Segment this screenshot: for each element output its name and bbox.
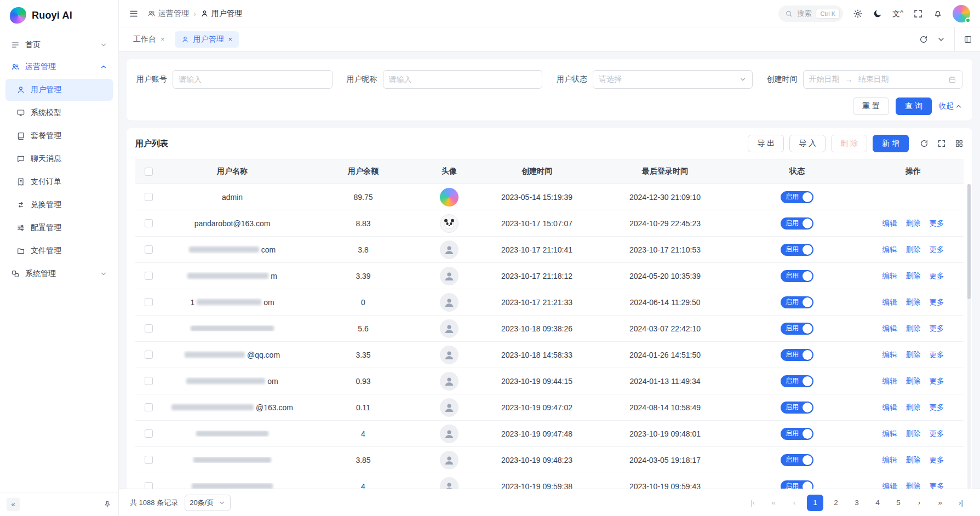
edit-link[interactable]: 编辑: [882, 376, 897, 386]
edit-link[interactable]: 编辑: [882, 219, 897, 228]
close-tab-icon[interactable]: ×: [228, 36, 233, 43]
nickname-input[interactable]: [383, 70, 543, 89]
edit-link[interactable]: 编辑: [882, 297, 897, 307]
more-link[interactable]: 更多: [930, 245, 944, 255]
first-page-button[interactable]: |‹: [744, 495, 761, 511]
refresh-icon[interactable]: [920, 139, 929, 148]
tab-user-management[interactable]: 用户管理 ×: [175, 31, 239, 48]
delete-link[interactable]: 删除: [906, 271, 921, 281]
status-toggle[interactable]: 启用: [781, 217, 813, 230]
row-checkbox[interactable]: [145, 429, 153, 438]
user-avatar[interactable]: [953, 5, 970, 22]
layout-expand-icon[interactable]: [964, 35, 972, 44]
date-range-picker[interactable]: 开始日期 → 结束日期: [803, 70, 963, 89]
status-toggle[interactable]: 启用: [781, 480, 813, 489]
import-button[interactable]: 导 入: [789, 135, 826, 152]
delete-button[interactable]: 删 除: [831, 135, 867, 152]
status-toggle[interactable]: 启用: [781, 323, 813, 335]
more-link[interactable]: 更多: [930, 297, 944, 307]
more-link[interactable]: 更多: [930, 429, 944, 439]
sidebar-item-exchange-management[interactable]: 兑换管理: [5, 194, 113, 216]
close-tab-icon[interactable]: ×: [161, 36, 165, 43]
row-checkbox[interactable]: [145, 403, 153, 411]
page-button-5[interactable]: 5: [890, 495, 907, 511]
status-toggle[interactable]: 启用: [781, 428, 813, 440]
edit-link[interactable]: 编辑: [882, 245, 897, 255]
refresh-icon[interactable]: [919, 35, 928, 44]
page-size-select[interactable]: 20条/页: [185, 495, 231, 511]
edit-link[interactable]: 编辑: [882, 481, 897, 489]
export-button[interactable]: 导 出: [748, 135, 784, 152]
more-link[interactable]: 更多: [930, 403, 944, 412]
settings-gear-icon[interactable]: [853, 9, 863, 19]
account-input[interactable]: [173, 70, 333, 89]
pin-icon[interactable]: [103, 500, 112, 509]
sidebar-item-payment-orders[interactable]: 支付订单: [5, 171, 113, 193]
breadcrumb-item-user-management[interactable]: 用户管理: [200, 9, 242, 19]
delete-link[interactable]: 删除: [906, 245, 921, 255]
next-jump-button[interactable]: »: [932, 495, 948, 511]
global-search[interactable]: 搜索 Ctrl K: [778, 5, 843, 22]
brand[interactable]: Ruoyi AI: [0, 0, 118, 31]
add-button[interactable]: 新 增: [873, 135, 909, 152]
column-settings-grid-icon[interactable]: [955, 139, 964, 148]
row-checkbox[interactable]: [145, 245, 153, 254]
status-toggle[interactable]: 启用: [781, 296, 813, 308]
edit-link[interactable]: 编辑: [882, 350, 897, 360]
more-link[interactable]: 更多: [930, 455, 944, 465]
page-button-3[interactable]: 3: [849, 495, 865, 511]
edit-link[interactable]: 编辑: [882, 455, 897, 465]
delete-link[interactable]: 删除: [906, 403, 921, 412]
delete-link[interactable]: 删除: [906, 455, 921, 465]
status-toggle[interactable]: 启用: [781, 349, 813, 361]
select-all-checkbox[interactable]: [145, 168, 153, 176]
delete-link[interactable]: 删除: [906, 429, 921, 439]
edit-link[interactable]: 编辑: [882, 324, 897, 334]
more-link[interactable]: 更多: [930, 350, 944, 360]
more-link[interactable]: 更多: [930, 219, 944, 228]
fullscreen-icon[interactable]: [913, 9, 923, 19]
status-toggle[interactable]: 启用: [781, 191, 813, 203]
page-button-1[interactable]: 1: [807, 495, 823, 511]
status-toggle[interactable]: 启用: [781, 375, 813, 387]
row-checkbox[interactable]: [145, 456, 153, 464]
row-checkbox[interactable]: [145, 351, 153, 359]
row-checkbox[interactable]: [145, 193, 153, 201]
delete-link[interactable]: 删除: [906, 324, 921, 334]
page-button-2[interactable]: 2: [828, 495, 844, 511]
sidebar-item-operations[interactable]: 运营管理: [5, 56, 113, 78]
page-button-4[interactable]: 4: [869, 495, 886, 511]
sidebar-item-home[interactable]: 首页: [5, 34, 113, 56]
reset-button[interactable]: 重 置: [853, 98, 889, 115]
status-toggle[interactable]: 启用: [781, 402, 813, 414]
sidebar-item-chat-messages[interactable]: 聊天消息: [5, 148, 113, 170]
sidebar-item-file-management[interactable]: 文件管理: [5, 240, 113, 262]
sidebar-item-system[interactable]: 系统管理: [5, 263, 113, 285]
tab-workbench[interactable]: 工作台 ×: [127, 31, 171, 48]
language-translate-icon[interactable]: 文A: [892, 9, 903, 18]
next-page-button[interactable]: ›: [911, 495, 927, 511]
row-checkbox[interactable]: [145, 377, 153, 385]
edit-link[interactable]: 编辑: [882, 271, 897, 281]
status-select[interactable]: 请选择: [593, 70, 753, 89]
sidebar-item-config-management[interactable]: 配置管理: [5, 217, 113, 239]
row-checkbox[interactable]: [145, 324, 153, 332]
sidebar-collapse-button[interactable]: «: [7, 498, 20, 511]
more-link[interactable]: 更多: [930, 376, 944, 386]
edit-link[interactable]: 编辑: [882, 403, 897, 412]
edit-link[interactable]: 编辑: [882, 429, 897, 439]
fullscreen-icon[interactable]: [937, 139, 946, 148]
hamburger-menu-icon[interactable]: [129, 9, 139, 19]
row-checkbox[interactable]: [145, 272, 153, 280]
prev-page-button[interactable]: ‹: [786, 495, 803, 511]
chevron-down-icon[interactable]: [937, 35, 945, 44]
collapse-filters-link[interactable]: 收起: [938, 101, 962, 111]
status-toggle[interactable]: 启用: [781, 244, 813, 256]
prev-jump-button[interactable]: «: [765, 495, 782, 511]
sidebar-item-system-model[interactable]: 系统模型: [5, 102, 113, 124]
more-link[interactable]: 更多: [930, 324, 944, 334]
more-link[interactable]: 更多: [930, 481, 944, 489]
table-scrollbar[interactable]: [967, 184, 971, 489]
sidebar-item-user-management[interactable]: 用户管理: [5, 79, 113, 101]
last-page-button[interactable]: ›|: [953, 495, 969, 511]
